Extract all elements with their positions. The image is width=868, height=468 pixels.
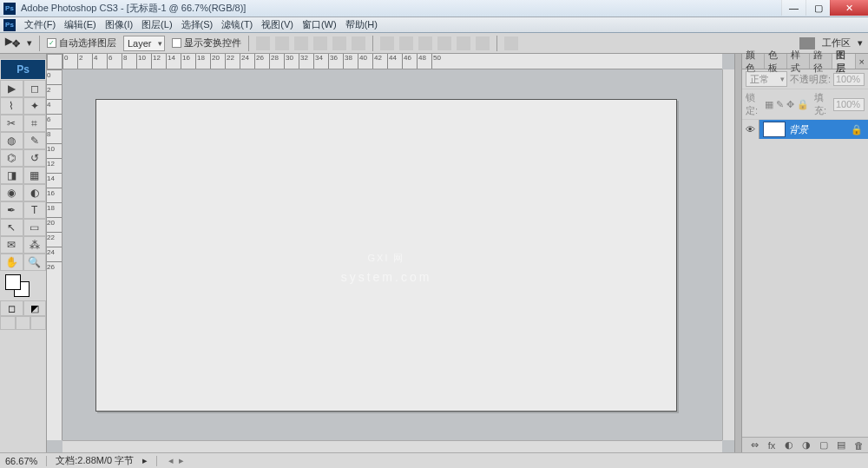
watermark: GXI 网 system.com	[341, 227, 432, 284]
menu-help[interactable]: 帮助(H)	[345, 18, 378, 31]
gradient-tool[interactable]: ▦	[23, 167, 47, 184]
adjustment-layer-icon[interactable]: ◑	[800, 439, 812, 451]
wand-tool[interactable]: ✦	[23, 97, 47, 115]
zoom-level[interactable]: 66.67%	[5, 456, 37, 466]
show-transform-label: 显示变换控件	[184, 36, 241, 49]
tab-paths[interactable]: 路径	[810, 54, 832, 69]
lock-position-icon[interactable]: ✥	[786, 99, 794, 110]
menu-filter[interactable]: 滤镜(T)	[221, 18, 253, 31]
nav-arrows[interactable]: ◂▸	[166, 455, 187, 466]
visibility-icon[interactable]: 👁	[742, 120, 760, 139]
notes-tool[interactable]: ✉	[0, 236, 23, 254]
type-tool[interactable]: T	[23, 201, 47, 219]
menu-view[interactable]: 视图(V)	[261, 18, 293, 31]
screen-mode-1[interactable]	[0, 316, 16, 330]
fill-label: 填充:	[814, 91, 831, 117]
pen-tool[interactable]: ✒	[0, 201, 23, 219]
close-button[interactable]: ✕	[830, 0, 868, 16]
auto-select-checkbox[interactable]: ✓ 自动选择图层	[47, 36, 116, 49]
crop-tool[interactable]: ✂	[0, 115, 23, 132]
delete-layer-icon[interactable]: 🗑	[852, 440, 865, 451]
vertical-ruler[interactable]: 02468101214161820222426	[47, 69, 62, 440]
tab-styles[interactable]: 样式	[787, 54, 810, 69]
brush-tool[interactable]: ✎	[23, 132, 47, 149]
screen-mode-2[interactable]	[16, 316, 31, 330]
distribute-icons	[380, 36, 490, 50]
history-brush-tool[interactable]: ↺	[23, 149, 47, 167]
panel-footer: ⇔ fx ◐ ◑ ▢ ▤ 🗑	[742, 437, 868, 452]
new-group-icon[interactable]: ▢	[818, 439, 830, 451]
lock-transparency-icon[interactable]: ▦	[765, 99, 773, 110]
stamp-tool[interactable]: ⌬	[0, 149, 23, 167]
opacity-field[interactable]: 100%	[833, 73, 865, 86]
zoom-tool[interactable]: 🔍	[23, 254, 47, 271]
lasso-tool[interactable]: ⌇	[0, 97, 23, 115]
quickmask-mode-icon[interactable]: ◩	[23, 300, 47, 316]
link-layers-icon[interactable]: ⇔	[748, 439, 760, 451]
canvas-viewport[interactable]: GXI 网 system.com	[62, 69, 722, 440]
chevron-down-icon[interactable]: ▾	[858, 37, 863, 49]
blur-tool[interactable]: ◉	[0, 184, 23, 201]
menu-file[interactable]: 文件(F)	[24, 18, 56, 31]
move-tool[interactable]: ▶	[0, 80, 23, 97]
menu-select[interactable]: 选择(S)	[181, 18, 214, 31]
tab-swatches[interactable]: 色板	[765, 54, 787, 69]
panel-dock-strip[interactable]	[734, 54, 741, 452]
chevron-right-icon[interactable]: ▸	[142, 455, 148, 466]
tab-color[interactable]: 颜色	[742, 54, 765, 69]
doc-info[interactable]: 文档:2.88M/0 字节	[56, 454, 134, 467]
layer-name[interactable]: 背景	[789, 123, 851, 136]
show-transform-checkbox[interactable]: 显示变换控件	[172, 36, 241, 49]
move-tool-icon: ▶✥	[5, 36, 20, 49]
panel-close-icon[interactable]: ×	[856, 54, 868, 69]
heal-tool[interactable]: ◍	[0, 132, 23, 149]
opacity-label: 不透明度:	[790, 73, 831, 86]
shape-tool[interactable]: ▭	[23, 219, 47, 236]
slice-tool[interactable]: ⌗	[23, 115, 47, 132]
layer-item[interactable]: 👁 背景 🔒	[742, 120, 868, 139]
lock-pixels-icon[interactable]: ✎	[776, 99, 784, 110]
layers-panel: 颜色 色板 样式 路径 图层 × 正常 不透明度: 100% 锁定: ▦ ✎ ✥…	[741, 54, 868, 452]
menu-window[interactable]: 窗口(W)	[302, 18, 337, 31]
menu-image[interactable]: 图像(I)	[105, 18, 133, 31]
tab-layers[interactable]: 图层	[832, 54, 855, 69]
layer-style-icon[interactable]: fx	[766, 440, 778, 451]
maximize-button[interactable]: ▢	[806, 0, 830, 16]
dodge-tool[interactable]: ◐	[23, 184, 47, 201]
auto-align-icon	[504, 36, 518, 50]
path-tool[interactable]: ↖	[0, 219, 23, 236]
layer-mask-icon[interactable]: ◐	[783, 439, 795, 451]
lock-icon: 🔒	[851, 124, 863, 135]
screen-mode-3[interactable]	[30, 316, 46, 330]
new-layer-icon[interactable]: ▤	[835, 439, 847, 451]
foreground-color-icon[interactable]	[5, 274, 21, 290]
marquee-tool[interactable]: ◻	[23, 80, 47, 97]
lock-all-icon[interactable]: 🔒	[797, 99, 809, 110]
document-canvas[interactable]: GXI 网 system.com	[95, 99, 677, 412]
menu-bar: Ps 文件(F) 编辑(E) 图像(I) 图层(L) 选择(S) 滤镜(T) 视…	[0, 17, 868, 33]
layer-thumbnail[interactable]	[763, 122, 786, 137]
color-swatches[interactable]	[0, 271, 46, 300]
eraser-tool[interactable]: ◨	[0, 167, 23, 184]
menu-layer[interactable]: 图层(L)	[141, 18, 172, 31]
horizontal-scrollbar[interactable]	[62, 440, 722, 452]
title-bar: Ps Adobe Photoshop CS3 - [无标题-1 @ 66.7%(…	[0, 0, 868, 17]
blend-mode-dropdown[interactable]: 正常	[746, 71, 787, 87]
layers-list: 👁 背景 🔒	[742, 120, 868, 437]
fill-field[interactable]: 100%	[833, 98, 865, 111]
panel-tabs: 颜色 色板 样式 路径 图层 ×	[742, 54, 868, 69]
checkbox-icon	[172, 38, 181, 48]
ps-logo-icon: Ps	[1, 60, 45, 79]
minimize-button[interactable]: —	[781, 0, 806, 16]
ps-menu-icon[interactable]: Ps	[3, 19, 16, 31]
horizontal-ruler[interactable]: 0246810121416182022242628303234363840424…	[62, 54, 722, 69]
canvas-area: 0246810121416182022242628303234363840424…	[47, 54, 734, 452]
menu-edit[interactable]: 编辑(E)	[64, 18, 96, 31]
layer-dropdown[interactable]: Layer	[123, 36, 165, 51]
vertical-scrollbar[interactable]	[722, 69, 734, 440]
workspace-icon[interactable]	[799, 37, 815, 49]
eyedropper-tool[interactable]: ⁂	[23, 236, 47, 254]
ruler-origin[interactable]	[47, 54, 62, 69]
hand-tool[interactable]: ✋	[0, 254, 23, 271]
standard-mode-icon[interactable]: ◻	[0, 300, 23, 316]
